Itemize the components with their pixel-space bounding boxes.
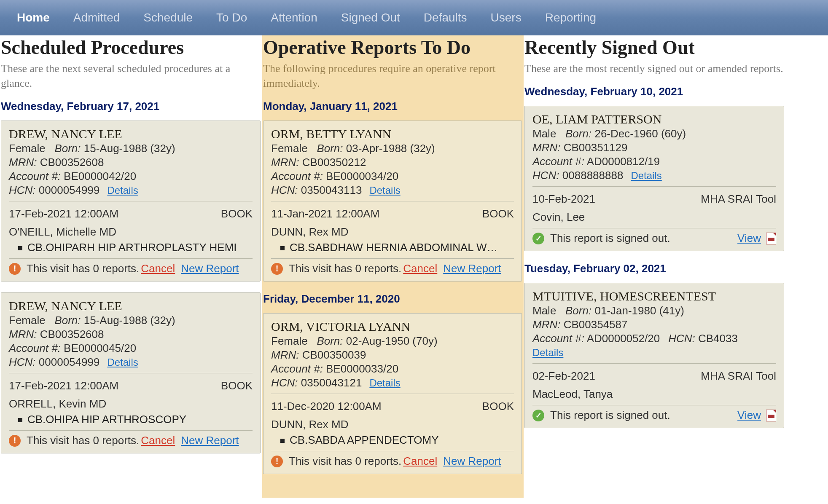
scheduled-procedures-column: Scheduled Procedures These are the next … — [0, 35, 262, 498]
procedure-status: BOOK — [221, 379, 253, 392]
hcn-value: CB4033 — [698, 332, 738, 345]
details-link[interactable]: Details — [107, 357, 138, 368]
alert-icon — [9, 263, 21, 275]
hcn-value: 0000054999 — [39, 356, 100, 368]
cancel-link[interactable]: Cancel — [403, 455, 437, 468]
date-header: Friday, December 11, 2020 — [263, 292, 522, 306]
details-link[interactable]: Details — [369, 377, 400, 389]
nav-item-users[interactable]: Users — [479, 0, 533, 35]
account-label: Account #: — [271, 170, 323, 182]
hcn-label: HCN: — [9, 356, 36, 368]
recently-signed-out-column: Recently Signed Out These are the most r… — [524, 35, 786, 498]
procedure-code: CB.SABDA APPENDECTOMY — [290, 434, 439, 447]
hcn-label: HCN: — [668, 332, 695, 345]
patient-gender: Female — [9, 314, 46, 327]
mrn-value: CB00352608 — [40, 156, 104, 169]
account-label: Account #: — [9, 342, 61, 354]
pdf-icon[interactable] — [766, 410, 776, 421]
mrn-value: CB00350212 — [302, 156, 366, 169]
new-report-link[interactable]: New Report — [443, 455, 501, 468]
details-link[interactable]: Details — [107, 185, 138, 196]
hcn-label: HCN: — [532, 169, 559, 182]
section-subtitle: These are the most recently signed out o… — [524, 61, 784, 76]
procedure-card: ORM, VICTORIA LYANN Female Born: 02-Aug-… — [263, 313, 522, 474]
account-value: AD0000812/19 — [587, 155, 660, 168]
cancel-link[interactable]: Cancel — [403, 262, 437, 275]
patient-name: OE, LIAM PATTERSON — [532, 112, 776, 126]
physician-name: DUNN, Rex MD — [271, 225, 514, 239]
procedure-datetime: 17-Feb-2021 12:00AM — [9, 207, 118, 220]
patient-gender: Female — [271, 335, 308, 347]
nav-item-defaults[interactable]: Defaults — [412, 0, 479, 35]
born-label: Born: — [565, 127, 591, 140]
hcn-value: 0000054999 — [39, 184, 100, 196]
new-report-link[interactable]: New Report — [181, 262, 239, 275]
procedure-datetime: 11-Dec-2020 12:00AM — [271, 400, 382, 413]
date-header: Wednesday, February 10, 2021 — [524, 85, 784, 98]
mrn-value: CB00352608 — [40, 328, 104, 340]
nav-item-home[interactable]: Home — [5, 0, 62, 35]
cancel-link[interactable]: Cancel — [141, 434, 175, 447]
cancel-link[interactable]: Cancel — [141, 262, 175, 275]
hcn-label: HCN: — [9, 184, 36, 196]
procedure-code: CB.OHIPARH HIP ARTHROPLASTY HEMI — [27, 241, 237, 254]
account-value: BE0000045/20 — [64, 342, 136, 354]
details-link[interactable]: Details — [532, 347, 563, 358]
procedure-card: DREW, NANCY LEE Female Born: 15-Aug-1988… — [1, 292, 261, 453]
details-link[interactable]: Details — [369, 185, 400, 196]
nav-item-signed-out[interactable]: Signed Out — [329, 0, 412, 35]
nav-item-to-do[interactable]: To Do — [204, 0, 259, 35]
nav-item-attention[interactable]: Attention — [259, 0, 329, 35]
signed-out-text: This report is signed out. — [550, 232, 670, 245]
patient-name: DREW, NANCY LEE — [9, 127, 253, 141]
born-label: Born: — [317, 142, 343, 155]
new-report-link[interactable]: New Report — [181, 434, 239, 447]
nav-item-schedule[interactable]: Schedule — [132, 0, 204, 35]
bullet-icon — [280, 246, 285, 250]
account-value: BE0000034/20 — [326, 170, 398, 182]
view-link[interactable]: View — [737, 409, 761, 422]
top-nav: HomeAdmittedScheduleTo DoAttentionSigned… — [0, 0, 828, 35]
born-label: Born: — [54, 142, 81, 155]
new-report-link[interactable]: New Report — [443, 262, 501, 275]
physician-name: O'NEILL, Michelle MD — [9, 225, 253, 239]
account-label: Account #: — [271, 362, 323, 375]
report-tool: MHA SRAI Tool — [701, 193, 776, 206]
born-value: 15-Aug-1988 (32y) — [84, 314, 175, 327]
date-header: Tuesday, February 02, 2021 — [524, 262, 784, 275]
born-label: Born: — [54, 314, 81, 327]
patient-gender: Male — [532, 127, 556, 140]
section-title: Operative Reports To Do — [263, 36, 522, 59]
mrn-value: CB00350039 — [302, 349, 366, 361]
signer-name: Covin, Lee — [532, 211, 776, 224]
report-date: 02-Feb-2021 — [532, 370, 595, 383]
patient-name: DREW, NANCY LEE — [9, 299, 253, 313]
hcn-label: HCN: — [271, 376, 298, 389]
nav-item-reporting[interactable]: Reporting — [533, 0, 608, 35]
nav-item-admitted[interactable]: Admitted — [62, 0, 132, 35]
signed-out-text: This report is signed out. — [550, 409, 670, 422]
signed-report-card: OE, LIAM PATTERSON Male Born: 26-Dec-196… — [524, 106, 784, 251]
view-link[interactable]: View — [737, 232, 761, 245]
signed-report-card: MTUITIVE, HOMESCREENTEST Male Born: 01-J… — [524, 283, 784, 428]
procedure-status: BOOK — [221, 207, 253, 220]
physician-name: ORRELL, Kevin MD — [9, 397, 253, 410]
details-link[interactable]: Details — [631, 170, 661, 181]
procedure-card: DREW, NANCY LEE Female Born: 15-Aug-1988… — [1, 121, 261, 281]
mrn-label: MRN: — [532, 318, 560, 331]
pdf-icon[interactable] — [766, 233, 776, 244]
patient-gender: Female — [9, 142, 46, 155]
procedure-status: BOOK — [482, 207, 514, 220]
account-value: BE0000033/20 — [326, 362, 398, 375]
born-value: 02-Aug-1950 (70y) — [346, 335, 438, 347]
patient-name: ORM, VICTORIA LYANN — [271, 319, 514, 334]
date-header: Monday, January 11, 2021 — [263, 100, 522, 113]
hcn-value: 0350043113 — [301, 184, 362, 196]
procedure-code: CB.OHIPA HIP ARTHROSCOPY — [27, 413, 186, 426]
procedure-code: CB.SABDHAW HERNIA ABDOMINAL W… — [290, 241, 498, 254]
patient-gender: Male — [532, 304, 556, 317]
mrn-label: MRN: — [271, 349, 299, 361]
zero-reports-text: This visit has 0 reports. — [289, 262, 401, 275]
dashboard-columns: Scheduled Procedures These are the next … — [0, 35, 828, 498]
bullet-icon — [280, 439, 285, 443]
